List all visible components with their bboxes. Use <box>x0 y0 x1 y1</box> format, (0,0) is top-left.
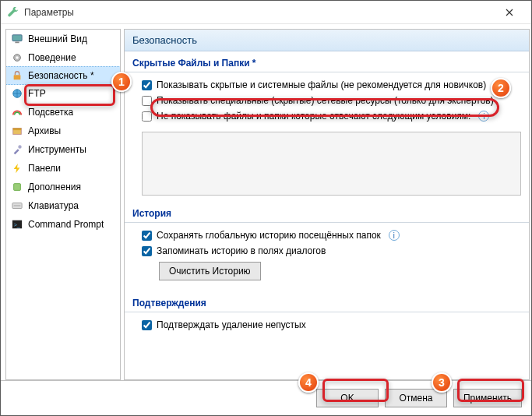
bolt-icon <box>11 162 23 175</box>
option-label: Запоминать историю в полях диалогов <box>157 245 326 257</box>
opt-remember-dialogs[interactable]: Запоминать историю в полях диалогов <box>142 243 521 259</box>
checkbox-hide-matching[interactable] <box>142 111 152 122</box>
terminal-icon: >_ <box>11 218 23 231</box>
section-confirm-title: Подтверждения <box>125 291 529 312</box>
rainbow-icon <box>11 106 23 118</box>
checkbox-save-history[interactable] <box>142 231 152 241</box>
svg-text:>_: >_ <box>14 222 20 228</box>
panel-title: Безопасность <box>125 30 529 51</box>
sidebar-item-label: Внешний Вид <box>28 33 87 44</box>
option-label: Показывать скрытые и системные файлы (не… <box>157 79 486 91</box>
tools-icon <box>11 143 23 156</box>
keyboard-icon <box>11 199 23 212</box>
sidebar-item-behavior[interactable]: Поведение <box>6 48 120 67</box>
option-label: Показывать специальные (скрытые) сетевые… <box>157 94 494 107</box>
sidebar-item-archives[interactable]: Архивы <box>6 122 120 140</box>
globe-icon <box>11 87 23 100</box>
dialog-body: Внешний Вид Поведение Безопасность * FTP… <box>1 24 531 380</box>
sidebar-item-label: Command Prompt <box>28 219 104 230</box>
sidebar-item-label: Клавиатура <box>28 200 79 211</box>
sidebar-item-security[interactable]: Безопасность * <box>5 66 121 85</box>
checkbox-show-network[interactable] <box>142 96 152 106</box>
sidebar-item-label: Подсветка <box>28 107 73 118</box>
sidebar-item-label: Инструменты <box>28 144 86 155</box>
svg-rect-7 <box>13 129 22 131</box>
sidebar-item-addons[interactable]: Дополнения <box>6 178 120 196</box>
opt-save-history[interactable]: Сохранять глобальную историю посещённых … <box>142 227 521 243</box>
svg-rect-4 <box>14 75 21 79</box>
opt-show-network[interactable]: Показывать специальные (скрытые) сетевые… <box>142 93 521 108</box>
sidebar-item-label: Поведение <box>28 52 76 63</box>
sidebar-item-keyboard[interactable]: Клавиатура <box>6 196 120 215</box>
gear-icon <box>11 51 23 64</box>
sidebar-item-label: Дополнения <box>28 182 81 192</box>
monitor-icon <box>11 33 23 45</box>
sidebar-item-tools[interactable]: Инструменты <box>6 140 120 159</box>
opt-hide-matching[interactable]: Не показывать файлы и папки которые отве… <box>142 108 521 124</box>
sidebar-item-cmd[interactable]: >_ Command Prompt <box>6 215 120 234</box>
sidebar-item-panels[interactable]: Панели <box>6 159 120 178</box>
apply-button[interactable]: Применить <box>453 389 522 407</box>
titlebar: Параметры <box>1 1 531 24</box>
opt-confirm-delete[interactable]: Подтверждать удаление непустых <box>142 317 521 333</box>
opt-show-hidden[interactable]: Показывать скрытые и системные файлы (не… <box>142 77 521 93</box>
sidebar-item-label: Архивы <box>28 125 61 136</box>
checkbox-confirm-delete[interactable] <box>142 320 152 330</box>
svg-point-3 <box>16 56 19 59</box>
hide-conditions-textarea[interactable] <box>142 132 521 196</box>
plugin-icon <box>11 181 23 193</box>
svg-rect-0 <box>12 35 22 41</box>
checkbox-show-hidden[interactable] <box>142 80 152 90</box>
sidebar-item-ftp[interactable]: FTP <box>6 84 120 103</box>
checkbox-remember-dialogs[interactable] <box>142 246 152 256</box>
clear-history-button[interactable]: Очистить Историю <box>159 262 261 280</box>
wrench-icon <box>7 6 19 19</box>
option-label: Подтверждать удаление непустых <box>157 319 306 331</box>
box-icon <box>11 125 23 137</box>
panel-scroll[interactable]: Безопасность Скрытые Файлы и Папки * Пок… <box>125 30 529 379</box>
dialog-footer: OK Отмена Применить <box>1 380 531 415</box>
settings-window: Параметры Внешний Вид Поведение Безопасн… <box>0 0 532 416</box>
sidebar-item-label: FTP <box>28 88 46 99</box>
svg-point-8 <box>18 145 21 148</box>
svg-rect-1 <box>15 42 19 44</box>
svg-rect-9 <box>14 184 21 191</box>
ok-button[interactable]: OK <box>316 389 379 407</box>
section-hidden-title: Скрытые Файлы и Папки * <box>125 51 529 72</box>
cancel-button[interactable]: Отмена <box>385 389 447 407</box>
sidebar-item-label: Безопасность * <box>28 70 94 81</box>
section-history-title: История <box>125 202 529 223</box>
lock-icon <box>11 69 23 82</box>
info-icon[interactable]: i <box>389 230 400 241</box>
option-label: Сохранять глобальную историю посещённых … <box>157 229 381 241</box>
info-icon[interactable]: i <box>478 111 489 122</box>
sidebar-item-label: Панели <box>28 163 61 174</box>
option-label: Не показывать файлы и папки которые отве… <box>157 110 470 122</box>
content-area: Безопасность Скрытые Файлы и Папки * Пок… <box>124 29 531 380</box>
sidebar-item-appearance[interactable]: Внешний Вид <box>6 30 120 48</box>
window-title: Параметры <box>24 7 494 18</box>
sidebar-item-highlight[interactable]: Подсветка <box>6 103 120 122</box>
close-button[interactable] <box>494 2 525 23</box>
category-sidebar: Внешний Вид Поведение Безопасность * FTP… <box>5 29 121 380</box>
